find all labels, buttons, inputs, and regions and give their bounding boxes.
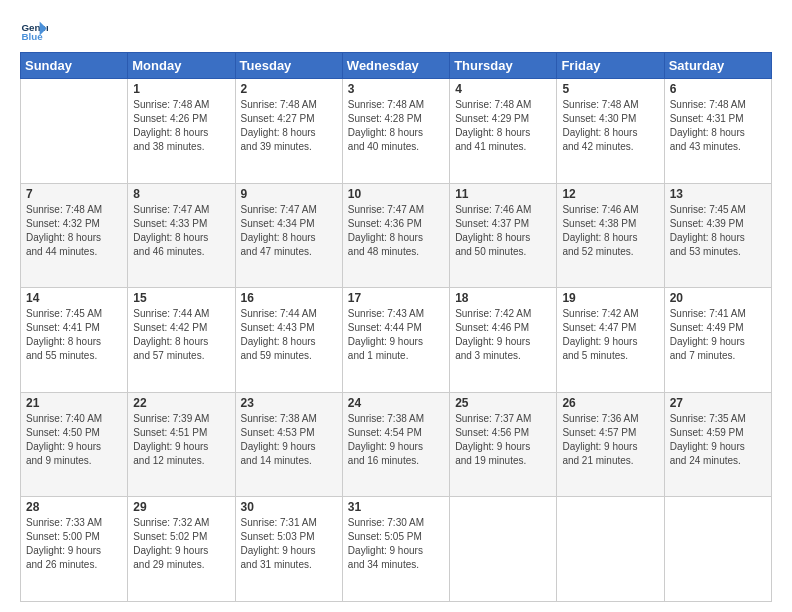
- day-number: 23: [241, 396, 337, 410]
- day-info: Sunrise: 7:44 AMSunset: 4:42 PMDaylight:…: [133, 307, 229, 363]
- calendar-cell: 20Sunrise: 7:41 AMSunset: 4:49 PMDayligh…: [664, 288, 771, 393]
- calendar-cell: [21, 79, 128, 184]
- calendar-cell: 3Sunrise: 7:48 AMSunset: 4:28 PMDaylight…: [342, 79, 449, 184]
- day-info: Sunrise: 7:48 AMSunset: 4:28 PMDaylight:…: [348, 98, 444, 154]
- day-number: 2: [241, 82, 337, 96]
- day-number: 11: [455, 187, 551, 201]
- calendar-week-row: 21Sunrise: 7:40 AMSunset: 4:50 PMDayligh…: [21, 392, 772, 497]
- day-number: 8: [133, 187, 229, 201]
- calendar-cell: [557, 497, 664, 602]
- day-info: Sunrise: 7:42 AMSunset: 4:47 PMDaylight:…: [562, 307, 658, 363]
- day-number: 30: [241, 500, 337, 514]
- day-number: 15: [133, 291, 229, 305]
- day-of-week-header: Wednesday: [342, 53, 449, 79]
- calendar-cell: 23Sunrise: 7:38 AMSunset: 4:53 PMDayligh…: [235, 392, 342, 497]
- day-info: Sunrise: 7:32 AMSunset: 5:02 PMDaylight:…: [133, 516, 229, 572]
- page: General Blue SundayMondayTuesdayWednesda…: [0, 0, 792, 612]
- day-number: 9: [241, 187, 337, 201]
- day-info: Sunrise: 7:39 AMSunset: 4:51 PMDaylight:…: [133, 412, 229, 468]
- day-info: Sunrise: 7:35 AMSunset: 4:59 PMDaylight:…: [670, 412, 766, 468]
- calendar-cell: 10Sunrise: 7:47 AMSunset: 4:36 PMDayligh…: [342, 183, 449, 288]
- day-info: Sunrise: 7:48 AMSunset: 4:32 PMDaylight:…: [26, 203, 122, 259]
- calendar-cell: 27Sunrise: 7:35 AMSunset: 4:59 PMDayligh…: [664, 392, 771, 497]
- calendar-cell: 11Sunrise: 7:46 AMSunset: 4:37 PMDayligh…: [450, 183, 557, 288]
- day-info: Sunrise: 7:31 AMSunset: 5:03 PMDaylight:…: [241, 516, 337, 572]
- day-of-week-header: Thursday: [450, 53, 557, 79]
- calendar-week-row: 28Sunrise: 7:33 AMSunset: 5:00 PMDayligh…: [21, 497, 772, 602]
- day-info: Sunrise: 7:47 AMSunset: 4:34 PMDaylight:…: [241, 203, 337, 259]
- logo: General Blue: [20, 16, 48, 44]
- day-number: 21: [26, 396, 122, 410]
- day-number: 4: [455, 82, 551, 96]
- calendar-cell: 29Sunrise: 7:32 AMSunset: 5:02 PMDayligh…: [128, 497, 235, 602]
- calendar-header-row: SundayMondayTuesdayWednesdayThursdayFrid…: [21, 53, 772, 79]
- day-info: Sunrise: 7:38 AMSunset: 4:53 PMDaylight:…: [241, 412, 337, 468]
- calendar-cell: 9Sunrise: 7:47 AMSunset: 4:34 PMDaylight…: [235, 183, 342, 288]
- day-number: 18: [455, 291, 551, 305]
- day-info: Sunrise: 7:30 AMSunset: 5:05 PMDaylight:…: [348, 516, 444, 572]
- calendar-cell: 19Sunrise: 7:42 AMSunset: 4:47 PMDayligh…: [557, 288, 664, 393]
- day-of-week-header: Tuesday: [235, 53, 342, 79]
- calendar-cell: 17Sunrise: 7:43 AMSunset: 4:44 PMDayligh…: [342, 288, 449, 393]
- calendar-cell: 13Sunrise: 7:45 AMSunset: 4:39 PMDayligh…: [664, 183, 771, 288]
- calendar-cell: 14Sunrise: 7:45 AMSunset: 4:41 PMDayligh…: [21, 288, 128, 393]
- calendar-cell: 12Sunrise: 7:46 AMSunset: 4:38 PMDayligh…: [557, 183, 664, 288]
- day-number: 27: [670, 396, 766, 410]
- day-info: Sunrise: 7:41 AMSunset: 4:49 PMDaylight:…: [670, 307, 766, 363]
- day-info: Sunrise: 7:48 AMSunset: 4:30 PMDaylight:…: [562, 98, 658, 154]
- day-number: 24: [348, 396, 444, 410]
- day-number: 31: [348, 500, 444, 514]
- day-number: 25: [455, 396, 551, 410]
- day-of-week-header: Monday: [128, 53, 235, 79]
- day-number: 16: [241, 291, 337, 305]
- day-info: Sunrise: 7:46 AMSunset: 4:37 PMDaylight:…: [455, 203, 551, 259]
- calendar-cell: 15Sunrise: 7:44 AMSunset: 4:42 PMDayligh…: [128, 288, 235, 393]
- calendar-cell: 7Sunrise: 7:48 AMSunset: 4:32 PMDaylight…: [21, 183, 128, 288]
- day-info: Sunrise: 7:44 AMSunset: 4:43 PMDaylight:…: [241, 307, 337, 363]
- day-info: Sunrise: 7:38 AMSunset: 4:54 PMDaylight:…: [348, 412, 444, 468]
- day-number: 17: [348, 291, 444, 305]
- calendar-week-row: 1Sunrise: 7:48 AMSunset: 4:26 PMDaylight…: [21, 79, 772, 184]
- header: General Blue: [20, 16, 772, 44]
- day-info: Sunrise: 7:48 AMSunset: 4:27 PMDaylight:…: [241, 98, 337, 154]
- calendar-cell: 24Sunrise: 7:38 AMSunset: 4:54 PMDayligh…: [342, 392, 449, 497]
- calendar-cell: 30Sunrise: 7:31 AMSunset: 5:03 PMDayligh…: [235, 497, 342, 602]
- calendar-cell: 16Sunrise: 7:44 AMSunset: 4:43 PMDayligh…: [235, 288, 342, 393]
- calendar-cell: 21Sunrise: 7:40 AMSunset: 4:50 PMDayligh…: [21, 392, 128, 497]
- day-info: Sunrise: 7:48 AMSunset: 4:29 PMDaylight:…: [455, 98, 551, 154]
- day-number: 28: [26, 500, 122, 514]
- calendar-cell: 5Sunrise: 7:48 AMSunset: 4:30 PMDaylight…: [557, 79, 664, 184]
- calendar-cell: 28Sunrise: 7:33 AMSunset: 5:00 PMDayligh…: [21, 497, 128, 602]
- day-number: 26: [562, 396, 658, 410]
- day-number: 13: [670, 187, 766, 201]
- calendar-cell: 26Sunrise: 7:36 AMSunset: 4:57 PMDayligh…: [557, 392, 664, 497]
- day-info: Sunrise: 7:33 AMSunset: 5:00 PMDaylight:…: [26, 516, 122, 572]
- day-number: 12: [562, 187, 658, 201]
- day-number: 19: [562, 291, 658, 305]
- calendar-cell: 25Sunrise: 7:37 AMSunset: 4:56 PMDayligh…: [450, 392, 557, 497]
- day-number: 7: [26, 187, 122, 201]
- calendar-cell: 8Sunrise: 7:47 AMSunset: 4:33 PMDaylight…: [128, 183, 235, 288]
- day-info: Sunrise: 7:37 AMSunset: 4:56 PMDaylight:…: [455, 412, 551, 468]
- calendar-week-row: 14Sunrise: 7:45 AMSunset: 4:41 PMDayligh…: [21, 288, 772, 393]
- day-info: Sunrise: 7:43 AMSunset: 4:44 PMDaylight:…: [348, 307, 444, 363]
- day-info: Sunrise: 7:40 AMSunset: 4:50 PMDaylight:…: [26, 412, 122, 468]
- calendar-table: SundayMondayTuesdayWednesdayThursdayFrid…: [20, 52, 772, 602]
- day-info: Sunrise: 7:48 AMSunset: 4:31 PMDaylight:…: [670, 98, 766, 154]
- calendar-cell: 1Sunrise: 7:48 AMSunset: 4:26 PMDaylight…: [128, 79, 235, 184]
- calendar-cell: 4Sunrise: 7:48 AMSunset: 4:29 PMDaylight…: [450, 79, 557, 184]
- calendar-cell: 2Sunrise: 7:48 AMSunset: 4:27 PMDaylight…: [235, 79, 342, 184]
- day-info: Sunrise: 7:45 AMSunset: 4:41 PMDaylight:…: [26, 307, 122, 363]
- day-number: 3: [348, 82, 444, 96]
- calendar-cell: 6Sunrise: 7:48 AMSunset: 4:31 PMDaylight…: [664, 79, 771, 184]
- calendar-cell: [664, 497, 771, 602]
- day-info: Sunrise: 7:47 AMSunset: 4:33 PMDaylight:…: [133, 203, 229, 259]
- day-number: 10: [348, 187, 444, 201]
- day-number: 6: [670, 82, 766, 96]
- day-info: Sunrise: 7:46 AMSunset: 4:38 PMDaylight:…: [562, 203, 658, 259]
- calendar-cell: 31Sunrise: 7:30 AMSunset: 5:05 PMDayligh…: [342, 497, 449, 602]
- day-info: Sunrise: 7:48 AMSunset: 4:26 PMDaylight:…: [133, 98, 229, 154]
- day-number: 22: [133, 396, 229, 410]
- day-number: 1: [133, 82, 229, 96]
- logo-icon: General Blue: [20, 16, 48, 44]
